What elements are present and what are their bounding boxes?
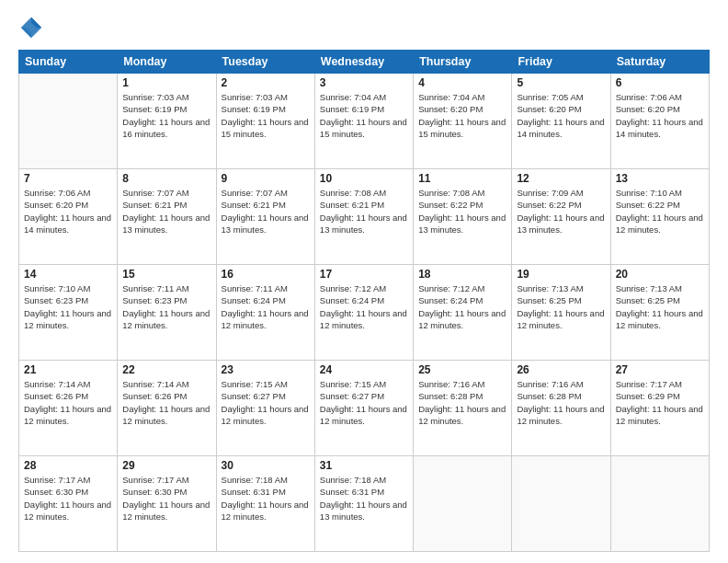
calendar-cell: 3Sunrise: 7:04 AMSunset: 6:19 PMDaylight… bbox=[314, 74, 413, 169]
day-number: 27 bbox=[616, 363, 704, 376]
calendar-cell: 5Sunrise: 7:05 AMSunset: 6:20 PMDaylight… bbox=[512, 74, 610, 169]
day-number: 8 bbox=[122, 172, 210, 185]
day-number: 25 bbox=[418, 363, 506, 376]
day-info: Sunrise: 7:03 AMSunset: 6:19 PMDaylight:… bbox=[222, 91, 310, 140]
day-info: Sunrise: 7:11 AMSunset: 6:23 PMDaylight:… bbox=[122, 282, 210, 331]
week-row-1: 1Sunrise: 7:03 AMSunset: 6:19 PMDaylight… bbox=[19, 74, 710, 169]
day-info: Sunrise: 7:07 AMSunset: 6:21 PMDaylight:… bbox=[222, 187, 310, 236]
day-info: Sunrise: 7:06 AMSunset: 6:20 PMDaylight:… bbox=[616, 91, 704, 140]
day-info: Sunrise: 7:15 AMSunset: 6:27 PMDaylight:… bbox=[320, 378, 408, 427]
calendar-cell: 22Sunrise: 7:14 AMSunset: 6:26 PMDayligh… bbox=[118, 361, 216, 456]
day-info: Sunrise: 7:12 AMSunset: 6:24 PMDaylight:… bbox=[320, 282, 408, 331]
day-number: 29 bbox=[122, 459, 210, 472]
day-number: 15 bbox=[122, 268, 210, 281]
day-info: Sunrise: 7:06 AMSunset: 6:20 PMDaylight:… bbox=[24, 187, 112, 236]
page: SundayMondayTuesdayWednesdayThursdayFrid… bbox=[0, 0, 728, 563]
logo bbox=[18, 15, 46, 40]
calendar-cell: 24Sunrise: 7:15 AMSunset: 6:27 PMDayligh… bbox=[314, 361, 413, 456]
day-info: Sunrise: 7:08 AMSunset: 6:22 PMDaylight:… bbox=[418, 187, 506, 236]
day-info: Sunrise: 7:04 AMSunset: 6:19 PMDaylight:… bbox=[320, 91, 408, 140]
day-info: Sunrise: 7:13 AMSunset: 6:25 PMDaylight:… bbox=[517, 282, 605, 331]
day-info: Sunrise: 7:13 AMSunset: 6:25 PMDaylight:… bbox=[616, 282, 704, 331]
day-number: 30 bbox=[222, 459, 310, 472]
day-number: 18 bbox=[418, 268, 506, 281]
day-number: 16 bbox=[222, 268, 310, 281]
calendar-cell: 14Sunrise: 7:10 AMSunset: 6:23 PMDayligh… bbox=[19, 265, 118, 361]
day-info: Sunrise: 7:10 AMSunset: 6:22 PMDaylight:… bbox=[616, 187, 704, 236]
day-number: 10 bbox=[320, 172, 408, 185]
day-info: Sunrise: 7:16 AMSunset: 6:28 PMDaylight:… bbox=[517, 378, 605, 427]
calendar-cell: 2Sunrise: 7:03 AMSunset: 6:19 PMDaylight… bbox=[216, 74, 314, 169]
day-info: Sunrise: 7:16 AMSunset: 6:28 PMDaylight:… bbox=[418, 378, 506, 427]
day-number: 23 bbox=[222, 363, 310, 376]
calendar-cell: 27Sunrise: 7:17 AMSunset: 6:29 PMDayligh… bbox=[610, 361, 709, 456]
day-info: Sunrise: 7:17 AMSunset: 6:29 PMDaylight:… bbox=[616, 378, 704, 427]
calendar-body: 1Sunrise: 7:03 AMSunset: 6:19 PMDaylight… bbox=[19, 74, 710, 552]
day-number: 3 bbox=[320, 76, 408, 89]
day-info: Sunrise: 7:18 AMSunset: 6:31 PMDaylight:… bbox=[320, 474, 408, 523]
calendar-cell: 23Sunrise: 7:15 AMSunset: 6:27 PMDayligh… bbox=[216, 361, 314, 456]
day-info: Sunrise: 7:10 AMSunset: 6:23 PMDaylight:… bbox=[24, 282, 112, 331]
header-cell-tuesday: Tuesday bbox=[216, 51, 314, 74]
day-number: 1 bbox=[122, 76, 210, 89]
header-cell-monday: Monday bbox=[118, 51, 216, 74]
day-info: Sunrise: 7:07 AMSunset: 6:21 PMDaylight:… bbox=[122, 187, 210, 236]
day-info: Sunrise: 7:17 AMSunset: 6:30 PMDaylight:… bbox=[24, 474, 112, 523]
day-info: Sunrise: 7:14 AMSunset: 6:26 PMDaylight:… bbox=[122, 378, 210, 427]
calendar-cell: 25Sunrise: 7:16 AMSunset: 6:28 PMDayligh… bbox=[414, 361, 512, 456]
header-row: SundayMondayTuesdayWednesdayThursdayFrid… bbox=[19, 51, 710, 74]
day-number: 17 bbox=[320, 268, 408, 281]
day-number: 12 bbox=[517, 172, 605, 185]
calendar-cell: 4Sunrise: 7:04 AMSunset: 6:20 PMDaylight… bbox=[414, 74, 512, 169]
calendar-cell: 30Sunrise: 7:18 AMSunset: 6:31 PMDayligh… bbox=[216, 456, 314, 552]
week-row-3: 14Sunrise: 7:10 AMSunset: 6:23 PMDayligh… bbox=[19, 265, 710, 361]
day-info: Sunrise: 7:17 AMSunset: 6:30 PMDaylight:… bbox=[122, 474, 210, 523]
day-number: 20 bbox=[616, 268, 704, 281]
header bbox=[18, 15, 710, 40]
day-number: 13 bbox=[616, 172, 704, 185]
calendar-cell: 18Sunrise: 7:12 AMSunset: 6:24 PMDayligh… bbox=[414, 265, 512, 361]
logo-icon bbox=[18, 15, 44, 40]
day-info: Sunrise: 7:03 AMSunset: 6:19 PMDaylight:… bbox=[122, 91, 210, 140]
header-cell-sunday: Sunday bbox=[19, 51, 118, 74]
calendar-cell bbox=[610, 456, 709, 552]
day-info: Sunrise: 7:14 AMSunset: 6:26 PMDaylight:… bbox=[24, 378, 112, 427]
calendar-cell: 6Sunrise: 7:06 AMSunset: 6:20 PMDaylight… bbox=[610, 74, 709, 169]
calendar-cell: 1Sunrise: 7:03 AMSunset: 6:19 PMDaylight… bbox=[118, 74, 216, 169]
week-row-2: 7Sunrise: 7:06 AMSunset: 6:20 PMDaylight… bbox=[19, 169, 710, 265]
calendar-cell: 17Sunrise: 7:12 AMSunset: 6:24 PMDayligh… bbox=[314, 265, 413, 361]
day-number: 22 bbox=[122, 363, 210, 376]
day-info: Sunrise: 7:05 AMSunset: 6:20 PMDaylight:… bbox=[517, 91, 605, 140]
week-row-4: 21Sunrise: 7:14 AMSunset: 6:26 PMDayligh… bbox=[19, 361, 710, 456]
calendar-cell: 16Sunrise: 7:11 AMSunset: 6:24 PMDayligh… bbox=[216, 265, 314, 361]
header-cell-saturday: Saturday bbox=[610, 51, 709, 74]
calendar-header: SundayMondayTuesdayWednesdayThursdayFrid… bbox=[19, 51, 710, 74]
calendar-cell: 26Sunrise: 7:16 AMSunset: 6:28 PMDayligh… bbox=[512, 361, 610, 456]
calendar-cell: 7Sunrise: 7:06 AMSunset: 6:20 PMDaylight… bbox=[19, 169, 118, 265]
week-row-5: 28Sunrise: 7:17 AMSunset: 6:30 PMDayligh… bbox=[19, 456, 710, 552]
day-number: 24 bbox=[320, 363, 408, 376]
calendar-cell: 11Sunrise: 7:08 AMSunset: 6:22 PMDayligh… bbox=[414, 169, 512, 265]
calendar-table: SundayMondayTuesdayWednesdayThursdayFrid… bbox=[18, 50, 710, 552]
day-info: Sunrise: 7:08 AMSunset: 6:21 PMDaylight:… bbox=[320, 187, 408, 236]
day-number: 7 bbox=[24, 172, 112, 185]
calendar-cell: 21Sunrise: 7:14 AMSunset: 6:26 PMDayligh… bbox=[19, 361, 118, 456]
header-cell-friday: Friday bbox=[512, 51, 610, 74]
calendar-cell: 29Sunrise: 7:17 AMSunset: 6:30 PMDayligh… bbox=[118, 456, 216, 552]
day-info: Sunrise: 7:12 AMSunset: 6:24 PMDaylight:… bbox=[418, 282, 506, 331]
day-number: 11 bbox=[418, 172, 506, 185]
calendar-cell: 31Sunrise: 7:18 AMSunset: 6:31 PMDayligh… bbox=[314, 456, 413, 552]
calendar-cell: 12Sunrise: 7:09 AMSunset: 6:22 PMDayligh… bbox=[512, 169, 610, 265]
day-number: 26 bbox=[517, 363, 605, 376]
day-number: 6 bbox=[616, 76, 704, 89]
day-info: Sunrise: 7:04 AMSunset: 6:20 PMDaylight:… bbox=[418, 91, 506, 140]
calendar-cell: 10Sunrise: 7:08 AMSunset: 6:21 PMDayligh… bbox=[314, 169, 413, 265]
day-info: Sunrise: 7:18 AMSunset: 6:31 PMDaylight:… bbox=[222, 474, 310, 523]
calendar-cell bbox=[414, 456, 512, 552]
calendar-cell: 8Sunrise: 7:07 AMSunset: 6:21 PMDaylight… bbox=[118, 169, 216, 265]
header-cell-thursday: Thursday bbox=[414, 51, 512, 74]
day-number: 19 bbox=[517, 268, 605, 281]
calendar-cell bbox=[512, 456, 610, 552]
calendar-cell: 19Sunrise: 7:13 AMSunset: 6:25 PMDayligh… bbox=[512, 265, 610, 361]
day-number: 2 bbox=[222, 76, 310, 89]
